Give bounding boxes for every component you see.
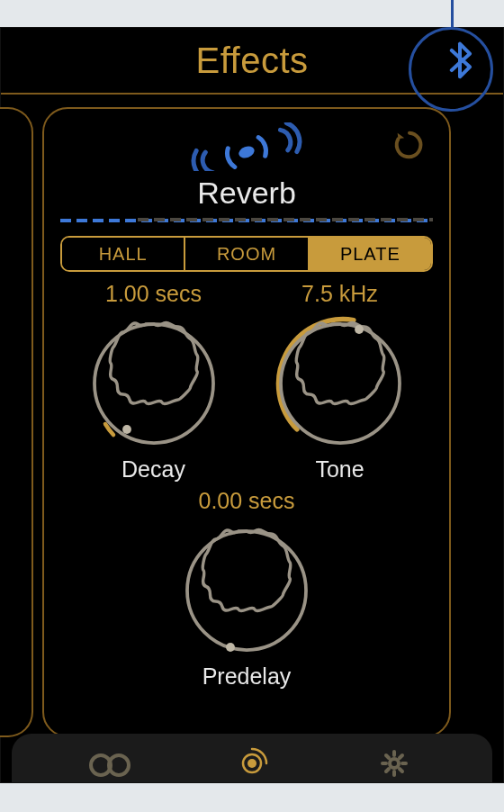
svg-point-4 <box>355 325 364 334</box>
decay-value: 1.00 secs <box>105 281 202 307</box>
reset-icon[interactable] <box>392 127 428 163</box>
svg-point-6 <box>226 643 235 652</box>
svg-point-11 <box>390 759 399 768</box>
knob-row-2: 0.00 secs Predelay <box>60 488 433 690</box>
tab-effects-icon[interactable] <box>230 744 274 778</box>
app-screen: Effects <box>0 27 504 783</box>
svg-line-16 <box>386 755 389 758</box>
decay-knob[interactable] <box>86 316 221 451</box>
decay-knob-group: 1.00 secs Decay <box>68 281 239 483</box>
effect-card: Reverb HALL ROOM PLATE 1.00 secs <box>42 107 451 737</box>
svg-point-2 <box>122 425 131 434</box>
segment-room[interactable]: ROOM <box>185 238 309 270</box>
meter-divider <box>60 218 433 223</box>
svg-point-5 <box>187 531 306 650</box>
reverb-mode-segmented[interactable]: HALL ROOM PLATE <box>60 236 433 272</box>
bluetooth-icon[interactable] <box>440 41 480 80</box>
svg-point-9 <box>248 759 256 768</box>
svg-line-19 <box>400 769 402 771</box>
knob-row-1: 1.00 secs Decay 7.5 kHz <box>60 281 433 483</box>
svg-point-0 <box>237 144 256 159</box>
tone-label: Tone <box>315 456 364 483</box>
tone-knob-group: 7.5 kHz Tone <box>255 281 426 483</box>
header: Effects <box>1 28 503 95</box>
tab-bar <box>12 734 492 782</box>
tone-value: 7.5 kHz <box>302 281 378 307</box>
page-title: Effects <box>195 41 308 81</box>
tab-channels-icon[interactable] <box>88 744 131 778</box>
effect-name: Reverb <box>60 176 433 211</box>
predelay-value: 0.00 secs <box>198 488 294 514</box>
svg-line-18 <box>386 769 389 771</box>
reverb-effect-icon <box>188 122 305 171</box>
predelay-label: Predelay <box>202 663 292 690</box>
svg-line-17 <box>400 755 402 758</box>
segment-hall[interactable]: HALL <box>62 238 185 270</box>
card-header-row <box>60 122 433 172</box>
previous-card-edge[interactable] <box>0 107 33 737</box>
callout-line <box>451 0 454 27</box>
svg-point-3 <box>281 324 400 443</box>
segment-plate[interactable]: PLATE <box>310 238 431 270</box>
svg-point-1 <box>94 324 213 443</box>
tab-settings-icon[interactable] <box>373 744 416 778</box>
predelay-knob[interactable] <box>179 523 314 658</box>
tone-knob[interactable] <box>273 316 408 451</box>
decay-label: Decay <box>122 456 185 483</box>
